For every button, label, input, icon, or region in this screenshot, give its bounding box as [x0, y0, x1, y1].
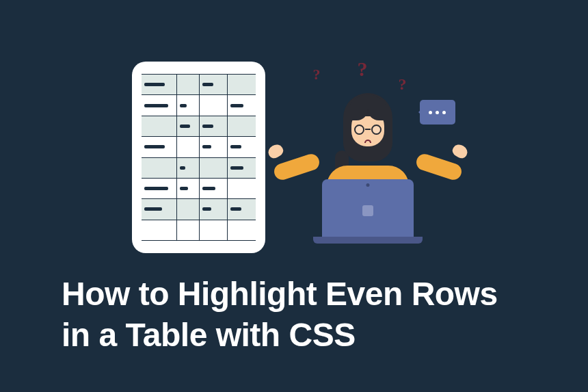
graphic-container: ? ? ?	[0, 0, 588, 392]
table-illustration	[132, 62, 265, 253]
table-grid	[142, 74, 256, 241]
question-mark-icon: ?	[313, 66, 321, 83]
question-mark-icon: ?	[399, 75, 407, 94]
confused-person-illustration: ? ? ?	[279, 62, 457, 253]
page-title: How to Highlight Even Rows in a Table wi…	[62, 274, 526, 356]
laptop-icon	[322, 179, 414, 237]
illustration-row: ? ? ?	[132, 62, 457, 253]
question-mark-icon: ?	[358, 57, 368, 81]
speech-bubble-icon	[420, 100, 455, 125]
